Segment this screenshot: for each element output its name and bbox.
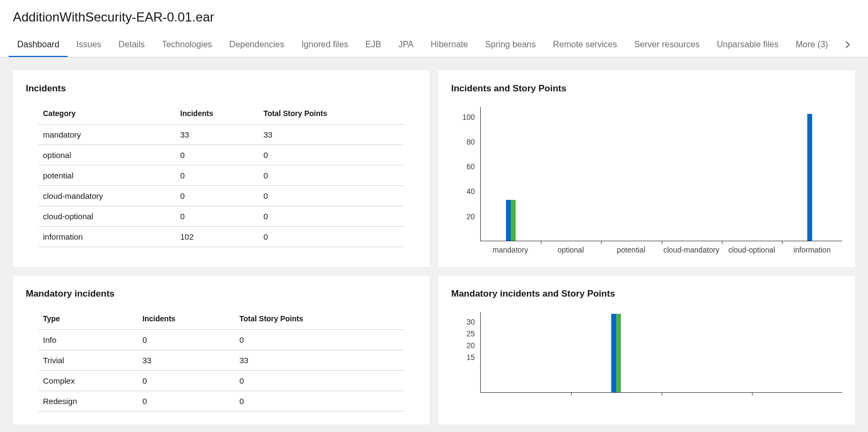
table-row: potential00 (39, 165, 404, 186)
tab-dashboard[interactable]: Dashboard (9, 32, 68, 57)
y-axis: 30252015 (451, 312, 480, 393)
cell-type: Complex (39, 371, 138, 391)
cell-category: cloud-optional (39, 206, 176, 227)
plot-area (480, 107, 842, 241)
plot-area (480, 312, 842, 393)
chevron-right-icon (845, 41, 850, 48)
table-row: optional00 (39, 145, 404, 165)
cell-category: cloud-mandatory (39, 186, 176, 206)
card-title: Mandatory incidents (26, 289, 417, 299)
cell-incidents: 0 (176, 145, 259, 165)
table-row: Complex00 (39, 371, 404, 391)
table-header-row: Category Incidents Total Story Points (39, 103, 404, 125)
bar[interactable] (511, 200, 516, 241)
x-label: mandatory (480, 241, 540, 254)
tab-more-3-[interactable]: More (3) (787, 32, 836, 57)
cell-type: Info (39, 330, 138, 350)
bar-group (722, 107, 782, 241)
col-total-sp: Total Story Points (259, 103, 404, 125)
table-row: Info00 (39, 330, 404, 350)
card-title: Incidents (26, 83, 417, 94)
bar[interactable] (616, 314, 621, 392)
y-axis: 10080604020 (451, 107, 480, 241)
cell-total_sp: 0 (259, 206, 404, 227)
content-area: Incidents Category Incidents Total Story… (0, 57, 868, 432)
table-row: Redesign00 (39, 391, 404, 412)
tabs-scroll-right[interactable] (837, 33, 858, 56)
tab-remote-services[interactable]: Remote services (544, 32, 625, 57)
x-label: cloud-optional (721, 241, 782, 254)
table-row: cloud-optional00 (39, 206, 404, 227)
cell-category: potential (39, 165, 176, 186)
table-row: cloud-mandatory00 (39, 186, 404, 206)
y-tick: 20 (466, 342, 475, 349)
bar-group (782, 107, 842, 241)
cell-total_sp: 0 (235, 371, 404, 391)
cell-total_sp: 0 (235, 391, 404, 412)
card-title: Incidents and Story Points (451, 83, 842, 94)
bar[interactable] (611, 314, 616, 392)
incidents-card: Incidents Category Incidents Total Story… (13, 70, 430, 267)
cell-incidents: 0 (138, 391, 235, 412)
bar-group (481, 107, 541, 241)
tab-details[interactable]: Details (110, 32, 154, 57)
col-category: Category (39, 103, 176, 125)
x-label: optional (540, 241, 601, 254)
bar-group (752, 312, 842, 392)
tab-technologies[interactable]: Technologies (153, 32, 220, 57)
x-label: information (782, 241, 842, 254)
y-tick: 40 (466, 188, 475, 195)
cell-incidents: 0 (138, 330, 235, 350)
tab-unparsable-files[interactable]: Unparsable files (708, 32, 787, 57)
bar[interactable] (807, 114, 812, 241)
mandatory-card: Mandatory incidents Type Incidents Total… (13, 276, 430, 424)
tab-issues[interactable]: Issues (68, 32, 110, 57)
col-type: Type (39, 308, 138, 330)
y-tick: 15 (466, 354, 475, 361)
tab-ignored-files[interactable]: Ignored files (293, 32, 357, 57)
cell-total_sp: 0 (259, 186, 404, 206)
bar[interactable] (506, 200, 511, 241)
chart: 10080604020 (451, 107, 842, 241)
cell-incidents: 0 (176, 165, 259, 186)
tab-spring-beans[interactable]: Spring beans (476, 32, 544, 57)
y-tick: 30 (466, 318, 475, 326)
dashboard-row: Mandatory incidents Type Incidents Total… (13, 276, 855, 424)
cell-incidents: 33 (138, 350, 235, 371)
tabs-bar: DashboardIssuesDetailsTechnologiesDepend… (0, 32, 868, 57)
cell-incidents: 0 (138, 371, 235, 391)
incidents-chart-card: Incidents and Story Points 10080604020ma… (438, 70, 855, 267)
cell-category: mandatory (39, 125, 176, 145)
y-tick: 25 (466, 330, 475, 337)
chart-container: 30252015 (451, 308, 842, 393)
cell-total_sp: 0 (259, 165, 404, 186)
cell-total_sp: 0 (235, 330, 404, 350)
bar-group (601, 107, 661, 241)
tab-hibernate[interactable]: Hibernate (422, 32, 476, 57)
table-row: information1020 (39, 227, 404, 247)
cell-category: information (39, 227, 176, 247)
x-label: potential (601, 241, 661, 254)
cell-total_sp: 0 (259, 145, 404, 165)
cell-type: Redesign (39, 391, 138, 412)
bar-group (662, 312, 752, 392)
bar-group (541, 107, 601, 241)
tab-dependencies[interactable]: Dependencies (221, 32, 293, 57)
cell-category: optional (39, 145, 176, 165)
y-tick: 60 (466, 163, 475, 170)
table-header-row: Type Incidents Total Story Points (39, 308, 404, 330)
y-tick: 100 (462, 113, 475, 121)
card-title: Mandatory incidents and Story Points (451, 289, 842, 299)
page-title: AdditionWithSecurity-EAR-0.01.ear (13, 10, 855, 25)
mandatory-chart-card: Mandatory incidents and Story Points 302… (438, 276, 855, 424)
cell-type: Trivial (39, 350, 138, 371)
dashboard-row: Incidents Category Incidents Total Story… (13, 70, 855, 267)
cell-total_sp: 33 (259, 125, 404, 145)
cell-incidents: 102 (176, 227, 259, 247)
y-tick: 80 (466, 138, 475, 146)
cell-incidents: 33 (176, 125, 259, 145)
chart: 30252015 (451, 312, 842, 393)
tab-server-resources[interactable]: Server resources (626, 32, 708, 57)
tab-jpa[interactable]: JPA (390, 32, 422, 57)
tab-ejb[interactable]: EJB (357, 32, 389, 57)
